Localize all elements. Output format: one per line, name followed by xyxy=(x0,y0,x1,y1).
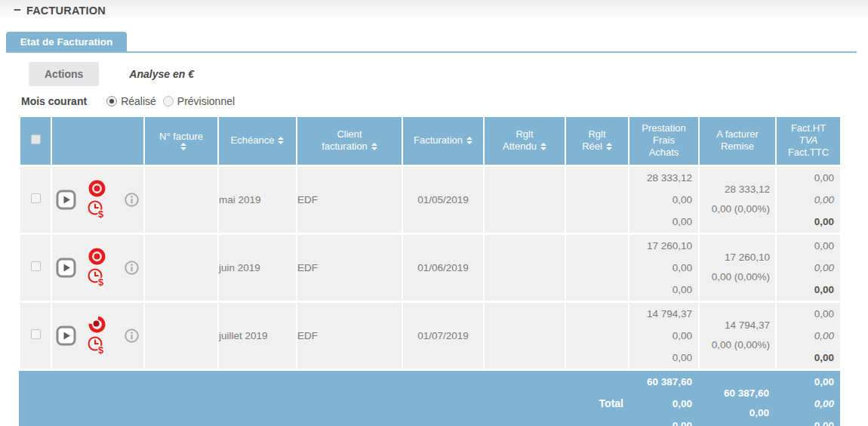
clock-dollar-icon[interactable]: $ xyxy=(86,267,107,288)
section-title: FACTURATION xyxy=(26,5,106,17)
column-header-client-facturation[interactable]: Client facturation xyxy=(297,116,402,165)
column-label: Remise xyxy=(700,140,775,153)
row-checkbox[interactable] xyxy=(31,329,41,339)
info-icon[interactable] xyxy=(124,192,140,208)
row-checkbox[interactable] xyxy=(31,261,41,271)
sort-icon xyxy=(466,137,472,144)
total-label: Total xyxy=(483,371,628,426)
column-header-rglt-reel[interactable]: Rglt Réel xyxy=(565,116,629,165)
a-facturer-value: 14 794,37 xyxy=(700,316,775,335)
cell-echeance: juillet 2019 xyxy=(218,301,297,369)
tab-bar: Etat de Facturation xyxy=(6,32,857,53)
cell-echeance: juin 2019 xyxy=(218,233,297,301)
prestation-value: 28 333,12 xyxy=(629,167,698,189)
cell-a-facturer: 14 794,37 0,00 (0,00%) xyxy=(699,301,776,369)
column-label: Achats xyxy=(629,147,698,159)
collapse-minus-icon[interactable]: − xyxy=(14,5,21,16)
achats-value: 0,00 xyxy=(629,211,698,233)
cell-facturation-date: 01/06/2019 xyxy=(402,233,484,301)
clock-dollar-icon[interactable]: $ xyxy=(86,199,107,220)
fact-ht-value: 0,00 xyxy=(777,303,840,325)
cell-num-facture xyxy=(144,301,218,369)
info-icon[interactable] xyxy=(124,260,140,276)
total-tva-value: 0,00 xyxy=(775,393,840,415)
radio-previsionnel[interactable]: Prévisionnel xyxy=(163,95,235,107)
cell-facturation-date: 01/05/2019 xyxy=(402,165,484,233)
row-checkbox[interactable] xyxy=(31,193,41,203)
total-a-facturer: 60 387,60 0,00 xyxy=(698,371,775,426)
play-icon[interactable] xyxy=(56,258,76,278)
tab-etat-de-facturation[interactable]: Etat de Facturation xyxy=(6,32,127,51)
cell-rglt-reel xyxy=(565,301,629,369)
cell-rglt-attendu xyxy=(484,165,565,233)
cell-client: EDF xyxy=(297,165,402,233)
radio-previsionnel-label: Prévisionnel xyxy=(177,95,235,107)
total-row: Total 60 387,60 0,00 0,00 60 387,60 0,00… xyxy=(19,371,840,426)
cell-echeance: mai 2019 xyxy=(218,165,297,233)
table-row: $ juillet 2019 EDF 01/07/2019 14 794,37 … xyxy=(20,301,841,369)
column-label: Rglt xyxy=(485,128,565,140)
total-spacer xyxy=(19,371,483,426)
cell-fact: 0,00 0,00 0,00 xyxy=(776,301,841,369)
record-status-icon[interactable] xyxy=(88,180,106,197)
fact-ttc-value: 0,00 xyxy=(777,211,840,233)
column-label: facturation xyxy=(322,140,368,153)
total-fact-ht-value: 0,00 xyxy=(775,371,840,393)
fact-ht-value: 0,00 xyxy=(777,235,840,257)
radio-icon[interactable] xyxy=(163,96,174,106)
header-actions-column xyxy=(51,116,144,165)
total-a-facturer-value: 60 387,60 xyxy=(698,384,775,403)
header-select-all xyxy=(20,116,51,165)
radio-icon[interactable] xyxy=(106,96,117,106)
mois-courant-label: Mois courant xyxy=(21,95,87,107)
cell-client: EDF xyxy=(297,233,402,301)
cell-num-facture xyxy=(144,233,218,301)
cell-prestation: 17 260,10 0,00 0,00 xyxy=(629,233,699,301)
frais-value: 0,00 xyxy=(629,257,698,279)
clock-dollar-icon[interactable]: $ xyxy=(86,335,107,356)
a-facturer-value: 28 333,12 xyxy=(700,180,775,199)
radio-realise[interactable]: Réalisé xyxy=(106,95,156,107)
partial-status-icon[interactable] xyxy=(88,316,106,333)
play-icon[interactable] xyxy=(56,326,76,346)
facturation-table: N° facture Echéance Client facturation F… xyxy=(19,116,842,371)
record-status-icon[interactable] xyxy=(88,248,106,265)
table-row: $ mai 2019 EDF 01/05/2019 28 333,12 0,00… xyxy=(20,165,841,233)
svg-text:$: $ xyxy=(98,208,104,220)
total-fact: 0,00 0,00 0,00 xyxy=(775,371,840,426)
cell-facturation-date: 01/07/2019 xyxy=(402,301,484,369)
table-header-row: N° facture Echéance Client facturation F… xyxy=(20,116,841,165)
fact-ttc-value: 0,00 xyxy=(777,279,840,301)
total-frais-value: 0,00 xyxy=(628,393,698,415)
column-label: Attendu xyxy=(503,140,537,153)
analyse-label: Analyse en € xyxy=(129,68,194,80)
cell-fact: 0,00 0,00 0,00 xyxy=(776,165,841,233)
select-all-checkbox[interactable] xyxy=(31,134,41,144)
cell-client: EDF xyxy=(297,301,402,369)
column-header-rglt-attendu[interactable]: Rglt Attendu xyxy=(484,116,565,165)
cell-rglt-reel xyxy=(565,233,629,301)
sort-icon xyxy=(606,143,612,150)
column-header-echeance[interactable]: Echéance xyxy=(218,116,297,165)
column-header-facturation[interactable]: Facturation xyxy=(402,116,484,165)
actions-button[interactable]: Actions xyxy=(29,62,99,86)
radio-realise-label: Réalisé xyxy=(121,95,156,107)
section-header: − FACTURATION xyxy=(0,0,868,21)
prestation-value: 17 260,10 xyxy=(629,235,698,257)
remise-value: 0,00 (0,00%) xyxy=(700,199,775,219)
column-header-num-facture[interactable]: N° facture xyxy=(144,116,218,165)
a-facturer-value: 17 260,10 xyxy=(700,248,775,267)
cell-num-facture xyxy=(144,165,218,233)
total-prestation: 60 387,60 0,00 0,00 xyxy=(628,371,698,426)
play-icon[interactable] xyxy=(56,190,76,210)
column-label: TVA xyxy=(777,134,840,147)
info-icon[interactable] xyxy=(124,328,140,344)
column-label: Réel xyxy=(582,140,602,153)
total-fact-ttc-value: 0,00 xyxy=(775,415,840,426)
column-label: Fact.HT xyxy=(777,122,840,134)
sort-icon xyxy=(540,143,546,150)
filter-row: Mois courant Réalisé Prévisionnel xyxy=(21,95,868,107)
sort-icon xyxy=(278,137,284,144)
column-label: Frais xyxy=(629,134,698,147)
cell-fact: 0,00 0,00 0,00 xyxy=(776,233,841,301)
